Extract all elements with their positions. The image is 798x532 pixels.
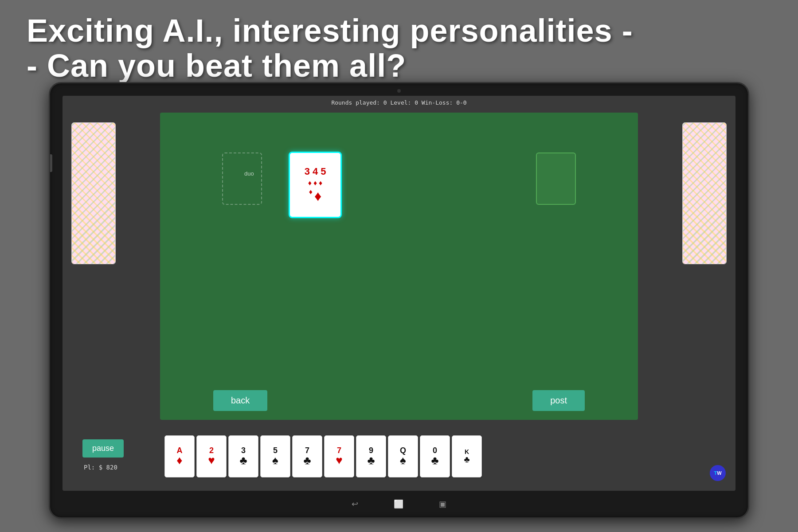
post-button[interactable]: post: [532, 390, 585, 411]
hand-card-8[interactable]: 0 ♣: [420, 435, 450, 477]
card-num-4: 4: [313, 166, 318, 177]
headline-line1: Exciting A.I., interesting personalities…: [27, 13, 771, 48]
hand-suit-2: ♣: [239, 454, 247, 466]
nav-recent-icon[interactable]: ▣: [439, 499, 446, 509]
tablet-screen: Rounds played: 0 Level: 0 Win-Loss: 0-0 …: [63, 96, 735, 491]
hand-suit-9: ♣: [464, 455, 469, 464]
hand-suit-5: ♥: [336, 454, 342, 466]
hand-suit-4: ♣: [303, 454, 311, 466]
hand-suit-1: ♥: [208, 454, 215, 466]
diamond-3: ♦: [319, 179, 322, 187]
card-num-3: 3: [305, 166, 310, 177]
card-slot-b: [536, 153, 576, 205]
duo-label: duo: [244, 170, 254, 177]
nav-back-icon[interactable]: ↩: [352, 499, 358, 509]
hand-suit-7: ♠: [400, 454, 406, 466]
hand-suit-6: ♣: [367, 454, 375, 466]
diamond-4: ♦: [309, 188, 313, 204]
hand-suit-3: ♠: [272, 454, 278, 466]
card-diamonds-small: ♦ ♦ ♦: [308, 179, 323, 187]
card-diamonds-bottom: ♦ ♦: [309, 188, 322, 204]
active-card[interactable]: 3 4 5 ♦ ♦ ♦ ♦ ♦: [289, 152, 342, 218]
nav-home-icon[interactable]: ⬜: [394, 499, 403, 509]
card-stack-right: [682, 122, 727, 264]
green-table: duo 3 4 5 ♦ ♦ ♦ ♦ ♦: [160, 113, 638, 420]
hand-rank-9: K: [465, 449, 469, 455]
hand-card-5[interactable]: 7 ♥: [324, 435, 354, 477]
hand-card-6[interactable]: 9 ♣: [356, 435, 386, 477]
pause-button[interactable]: pause: [82, 439, 124, 458]
hand-card-1[interactable]: 2 ♥: [196, 435, 227, 477]
headline: Exciting A.I., interesting personalities…: [27, 13, 771, 83]
status-bar: Rounds played: 0 Level: 0 Win-Loss: 0-0: [63, 99, 735, 106]
player-hand: A ♦ 2 ♥ 3 ♣ 5 ♠ 7 ♣: [164, 425, 700, 487]
card-slot-a: [222, 153, 262, 205]
hand-suit-0: ♦: [176, 454, 182, 466]
diamond-1: ♦: [308, 179, 312, 187]
headline-line2: - Can you beat them all?: [27, 48, 771, 83]
tw-t: T: [714, 470, 717, 476]
game-area: Rounds played: 0 Level: 0 Win-Loss: 0-0 …: [63, 96, 735, 491]
hand-card-4[interactable]: 7 ♣: [292, 435, 322, 477]
tablet-nav-bar: ↩ ⬜ ▣: [50, 491, 748, 517]
card-stack-left: [71, 122, 116, 264]
card-back-left: [72, 123, 115, 264]
back-button[interactable]: back: [213, 390, 267, 411]
diamond-5: ♦: [314, 188, 321, 204]
hand-card-7[interactable]: Q ♠: [388, 435, 418, 477]
hand-card-9[interactable]: K ♣: [452, 435, 482, 477]
card-num-5: 5: [321, 166, 326, 177]
hand-suit-8: ♣: [431, 454, 438, 466]
player-money: Pl: $ 820: [84, 464, 117, 471]
tw-w: W: [717, 470, 721, 476]
tw-badge: T W: [710, 465, 726, 481]
side-button[interactable]: [50, 154, 52, 172]
hand-card-3[interactable]: 5 ♠: [260, 435, 290, 477]
card-number-row: 3 4 5: [305, 166, 326, 177]
hand-card-2[interactable]: 3 ♣: [228, 435, 258, 477]
diamond-2: ♦: [313, 179, 317, 187]
hand-card-0[interactable]: A ♦: [164, 435, 195, 477]
card-back-right: [683, 123, 726, 264]
camera-dot: [397, 89, 401, 93]
tablet-device: Rounds played: 0 Level: 0 Win-Loss: 0-0 …: [49, 82, 749, 519]
